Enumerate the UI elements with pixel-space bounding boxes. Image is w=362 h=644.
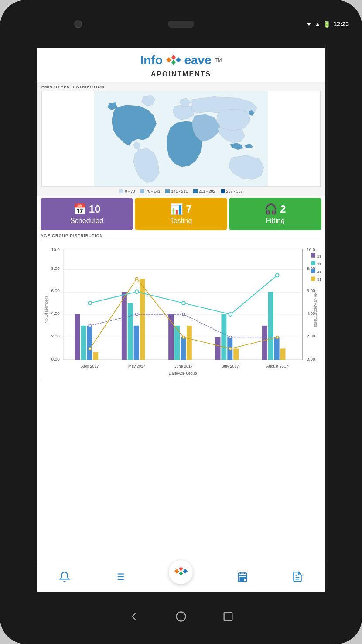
logo-icon <box>166 54 181 69</box>
svg-rect-52 <box>268 292 273 360</box>
calendar-icon: 📅 <box>73 203 86 215</box>
svg-rect-100 <box>224 613 232 621</box>
nav-calendar[interactable] <box>237 571 248 582</box>
svg-text:10.0: 10.0 <box>307 247 315 251</box>
home-button-icon <box>175 610 187 623</box>
svg-point-56 <box>135 290 139 293</box>
svg-marker-2 <box>166 57 171 62</box>
svg-rect-94 <box>244 577 245 579</box>
svg-rect-37 <box>87 325 92 360</box>
speaker <box>168 21 194 28</box>
svg-text:2.00: 2.00 <box>51 333 60 338</box>
phone-top-bar: ▼ ▲ 🔋 12:23 <box>0 0 362 48</box>
home-logo-icon <box>174 566 188 579</box>
testing-header: 📊 7 <box>170 203 191 215</box>
svg-rect-53 <box>274 337 280 360</box>
calendar-nav-icon <box>237 571 248 582</box>
svg-point-58 <box>229 313 232 316</box>
chart-section: AGE GROUP DISTRIBUTION 10.0 8.00 6.00 4.… <box>37 232 325 561</box>
stat-card-testing[interactable]: 📊 7 Testing <box>135 198 227 230</box>
map-section-label: EMPLOYEES DISTRIBUTION <box>41 85 321 89</box>
list-icon <box>114 571 125 582</box>
svg-text:No Of Members: No Of Members <box>44 296 48 324</box>
svg-marker-0 <box>171 55 176 60</box>
svg-text:0.00: 0.00 <box>307 357 315 362</box>
legend-item-3: 141 - 211 <box>165 189 188 193</box>
legend-item-4: 211 - 282 <box>193 189 215 193</box>
legend-label-5: 282 - 352 <box>226 189 243 193</box>
nav-report[interactable] <box>292 571 303 582</box>
svg-text:2.00: 2.00 <box>307 333 315 338</box>
world-map <box>41 91 321 187</box>
svg-rect-38 <box>93 352 98 360</box>
svg-point-63 <box>229 336 232 338</box>
svg-text:21-30: 21-30 <box>317 254 321 258</box>
nav-notifications[interactable] <box>59 571 70 582</box>
legend-dot-4 <box>193 189 198 193</box>
status-bar: ▼ ▲ 🔋 12:23 <box>306 21 349 28</box>
phone-screen: Info eave TM APOINTMENTS EMPLOYEES DISTR… <box>37 48 325 592</box>
testing-label: Testing <box>170 217 192 225</box>
svg-rect-40 <box>128 303 133 360</box>
stat-card-scheduled[interactable]: 📅 10 Scheduled <box>41 198 133 230</box>
scheduled-label: Scheduled <box>70 217 103 225</box>
scheduled-header: 📅 10 <box>73 203 101 215</box>
svg-text:0.00: 0.00 <box>51 357 60 362</box>
svg-text:July 2017: July 2017 <box>222 364 239 368</box>
svg-rect-76 <box>311 276 315 281</box>
svg-text:4.00: 4.00 <box>51 311 60 316</box>
svg-rect-70 <box>311 253 315 257</box>
legend-label-2: 70 - 141 <box>146 189 160 193</box>
svg-point-68 <box>229 347 232 350</box>
signal-icon: ▲ <box>314 21 321 28</box>
svg-rect-45 <box>181 337 186 360</box>
svg-point-65 <box>89 347 91 350</box>
map-section: EMPLOYEES DISTRIBUTION <box>37 82 325 196</box>
logo-text: Info eave <box>140 53 215 67</box>
nav-list[interactable] <box>114 571 125 582</box>
legend-label-3: 141 - 211 <box>171 189 188 193</box>
legend-item-1: 0 - 70 <box>119 189 135 193</box>
svg-point-66 <box>136 277 138 280</box>
svg-rect-41 <box>134 325 139 360</box>
svg-text:6.00: 6.00 <box>51 288 60 293</box>
nav-home[interactable] <box>169 560 193 584</box>
svg-rect-44 <box>174 325 180 360</box>
svg-rect-96 <box>242 579 243 580</box>
world-map-svg <box>42 91 320 186</box>
map-legend: 0 - 70 70 - 141 141 - 211 211 - 282 282 … <box>41 189 321 193</box>
svg-point-57 <box>182 301 185 305</box>
wifi-icon: ▼ <box>306 21 312 28</box>
svg-rect-35 <box>75 314 80 360</box>
svg-point-69 <box>276 336 279 338</box>
legend-dot-5 <box>221 189 225 193</box>
bell-icon <box>59 571 70 582</box>
svg-marker-86 <box>174 569 179 574</box>
svg-rect-72 <box>311 261 315 265</box>
svg-marker-85 <box>179 571 183 576</box>
back-icon <box>128 610 140 623</box>
svg-rect-48 <box>221 314 226 360</box>
stat-card-fitting[interactable]: 🎧 2 Fitting <box>229 198 321 230</box>
svg-text:41-50: 41-50 <box>317 269 321 274</box>
scheduled-number: 10 <box>89 203 101 215</box>
recents-button[interactable] <box>222 610 234 625</box>
home-button[interactable] <box>175 610 187 625</box>
camera <box>74 20 82 28</box>
legend-label-1: 0 - 70 <box>125 189 135 193</box>
headphone-icon: 🎧 <box>264 203 277 215</box>
trademark: TM <box>215 57 222 62</box>
legend-item-2: 70 - 141 <box>140 189 160 193</box>
svg-rect-54 <box>280 348 286 360</box>
testing-number: 7 <box>186 203 191 215</box>
back-button[interactable] <box>128 610 140 625</box>
svg-point-55 <box>88 301 92 305</box>
legend-dot-3 <box>165 189 170 193</box>
legend-dot-2 <box>140 189 144 193</box>
fitting-number: 2 <box>280 203 286 215</box>
svg-text:10.0: 10.0 <box>51 247 60 251</box>
svg-rect-95 <box>240 579 241 580</box>
svg-rect-93 <box>242 577 243 579</box>
svg-text:June 2017: June 2017 <box>174 364 193 368</box>
svg-text:Date/Age Group: Date/Age Group <box>169 371 197 375</box>
